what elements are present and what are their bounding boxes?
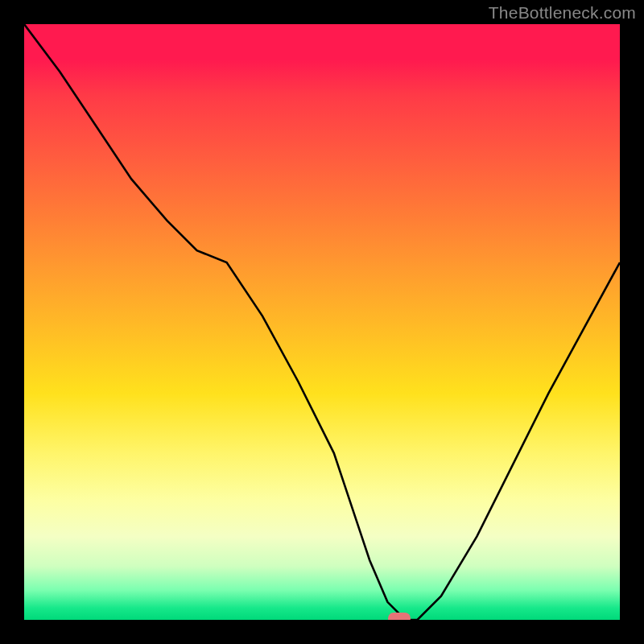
watermark-text: TheBottleneck.com xyxy=(489,3,636,23)
curve-path xyxy=(24,24,620,620)
plot-area xyxy=(24,24,620,620)
bottleneck-curve xyxy=(24,24,620,620)
chart-frame: TheBottleneck.com xyxy=(0,0,644,644)
minimum-marker xyxy=(388,613,411,620)
